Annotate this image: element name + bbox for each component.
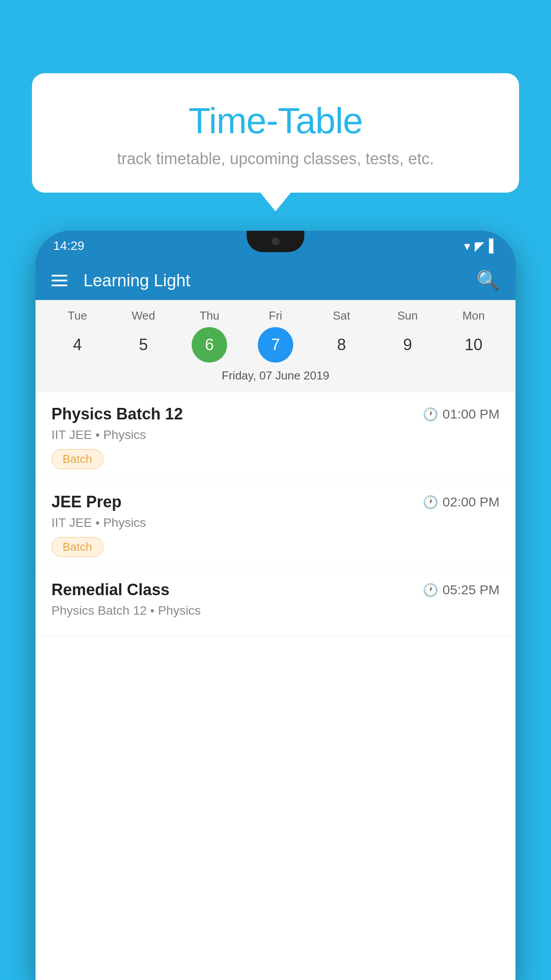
schedule-item-title-0: Physics Batch 12 — [51, 405, 183, 423]
day-number-6[interactable]: 6 — [192, 327, 227, 363]
status-icons: ▾ ◤ ▌ — [464, 239, 498, 253]
tooltip-card: Time-Table track timetable, upcoming cla… — [32, 73, 519, 193]
day-headers: TueWedThuFriSatSunMon — [35, 309, 516, 323]
day-header-mon: Mon — [451, 309, 496, 323]
schedule-item-time-0: 🕐 01:00 PM — [423, 407, 500, 422]
schedule-item-title-2: Remedial Class — [51, 581, 169, 599]
schedule-item-0[interactable]: Physics Batch 12🕐 01:00 PMIIT JEE • Phys… — [35, 392, 516, 480]
hamburger-line-1 — [51, 275, 67, 277]
status-bar: 14:29 ▾ ◤ ▌ — [35, 231, 516, 261]
clock-icon: 🕐 — [423, 495, 438, 510]
wifi-icon: ▾ — [464, 239, 470, 253]
hamburger-line-3 — [51, 285, 67, 286]
notch — [247, 231, 304, 252]
day-header-wed: Wed — [121, 309, 165, 323]
tooltip-subtitle: track timetable, upcoming classes, tests… — [59, 150, 492, 168]
app-bar: Learning Light 🔍 — [35, 261, 516, 300]
batch-badge-0: Batch — [51, 449, 103, 469]
schedule-item-time-1: 🕐 02:00 PM — [423, 494, 500, 510]
signal-icon: ◤ — [475, 239, 484, 253]
day-number-5[interactable]: 5 — [126, 327, 161, 363]
app-title: Learning Light — [83, 271, 476, 290]
day-number-8[interactable]: 8 — [324, 327, 359, 363]
tooltip-title: Time-Table — [59, 100, 492, 142]
schedule-item-time-2: 🕐 05:25 PM — [423, 582, 500, 597]
day-header-fri: Fri — [253, 309, 298, 323]
calendar-date-label: Friday, 07 June 2019 — [35, 369, 516, 388]
batch-badge-1: Batch — [51, 537, 103, 557]
schedule-list: Physics Batch 12🕐 01:00 PMIIT JEE • Phys… — [35, 392, 516, 980]
search-button[interactable]: 🔍 — [476, 271, 500, 290]
schedule-item-subtitle-0: IIT JEE • Physics — [51, 428, 500, 442]
day-header-thu: Thu — [187, 309, 232, 323]
day-number-7[interactable]: 7 — [258, 327, 293, 363]
hamburger-line-2 — [51, 280, 67, 281]
schedule-item-subtitle-1: IIT JEE • Physics — [51, 516, 500, 530]
hamburger-menu-button[interactable] — [51, 275, 67, 286]
day-number-4[interactable]: 4 — [59, 327, 95, 363]
schedule-item-header-1: JEE Prep🕐 02:00 PM — [51, 493, 500, 511]
clock-icon: 🕐 — [423, 407, 438, 422]
day-header-tue: Tue — [55, 309, 99, 323]
battery-icon: ▌ — [489, 239, 498, 253]
status-time: 14:29 — [53, 239, 84, 253]
clock-icon: 🕐 — [423, 583, 438, 597]
schedule-item-title-1: JEE Prep — [51, 493, 122, 511]
day-number-10[interactable]: 10 — [456, 327, 491, 363]
phone-frame: 14:29 ▾ ◤ ▌ Learning Light 🔍 TueWedThuFr… — [35, 231, 516, 980]
schedule-item-2[interactable]: Remedial Class🕐 05:25 PMPhysics Batch 12… — [35, 568, 516, 636]
phone-screen: TueWedThuFriSatSunMon 45678910 Friday, 0… — [35, 300, 516, 980]
day-header-sun: Sun — [386, 309, 430, 323]
schedule-item-subtitle-2: Physics Batch 12 • Physics — [51, 604, 500, 618]
schedule-item-1[interactable]: JEE Prep🕐 02:00 PMIIT JEE • PhysicsBatch — [35, 480, 516, 568]
day-number-9[interactable]: 9 — [390, 327, 425, 363]
schedule-item-header-0: Physics Batch 12🕐 01:00 PM — [51, 405, 500, 423]
calendar-strip: TueWedThuFriSatSunMon 45678910 Friday, 0… — [35, 300, 516, 392]
day-header-sat: Sat — [319, 309, 364, 323]
schedule-item-header-2: Remedial Class🕐 05:25 PM — [51, 581, 500, 599]
camera-dot — [272, 237, 279, 245]
day-numbers: 45678910 — [35, 327, 516, 363]
